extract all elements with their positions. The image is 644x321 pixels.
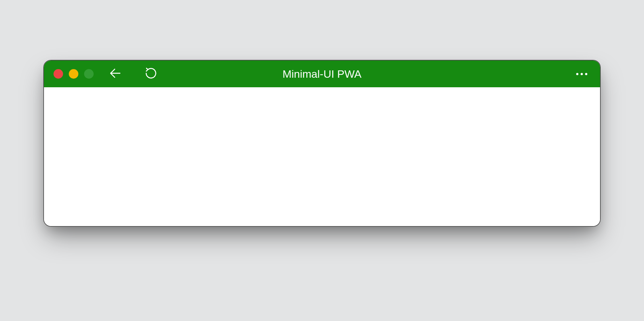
reload-button[interactable] [142,65,160,83]
titlebar: Minimal-UI PWA [44,61,600,87]
app-window: Minimal-UI PWA [43,60,601,227]
minimize-button[interactable] [69,69,78,79]
window-controls [54,69,94,79]
maximize-button[interactable] [84,69,94,79]
more-icon [581,73,583,75]
window-title: Minimal-UI PWA [283,68,361,80]
more-button[interactable] [573,65,590,83]
close-button[interactable] [54,69,63,79]
arrow-left-icon [108,66,122,82]
reload-icon [145,67,157,81]
more-icon [585,73,587,75]
back-button[interactable] [106,65,124,83]
more-icon [576,73,578,75]
content-area [44,87,600,226]
